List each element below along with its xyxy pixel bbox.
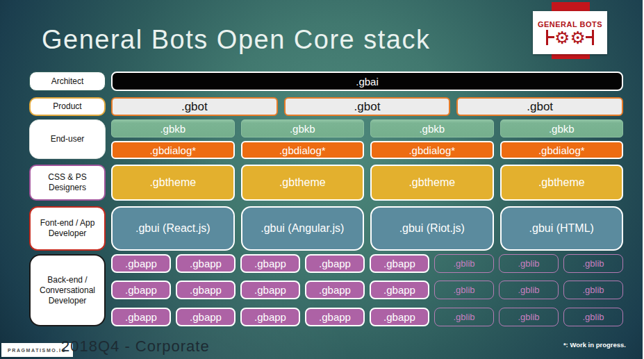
box-gblib: .gblib (563, 308, 623, 326)
box-gbapp: .gbapp (240, 308, 300, 326)
box-gblib: .gblib (434, 281, 494, 299)
label-frontend: Font-end / App Developer (29, 206, 106, 251)
row-architect: Architect .gbai (29, 72, 623, 91)
stack-diagram: Architect .gbai Product .gbot .gbot .gbo… (29, 72, 623, 326)
box-gblib: .gblib (563, 254, 623, 273)
footer-version-text: 2018Q4 - Corporate (61, 337, 210, 356)
box-gbkb: .gbkb (111, 119, 235, 137)
box-gblib: .gblib (563, 281, 623, 299)
box-gbtheme: .gbtheme (500, 165, 624, 201)
box-gblib: .gblib (499, 254, 559, 273)
box-gbapp: .gbapp (176, 254, 236, 273)
work-in-progress-note: *: Work in progress. (563, 341, 626, 349)
logo-line-left (548, 36, 554, 38)
box-gblib: .gblib (434, 254, 494, 273)
gears-icon: ⚙ ⚙ (546, 29, 594, 46)
box-gbkb: .gbkb (500, 119, 624, 137)
box-gbdialog: .gbdialog* (370, 141, 494, 159)
box-gbapp: .gbapp (305, 308, 365, 326)
box-gbdialog: .gbdialog* (500, 141, 624, 159)
label-end-user: End-user (29, 119, 106, 159)
general-bots-logo: GENERAL BOTS ⚙ ⚙ (533, 11, 607, 54)
label-backend: Back-end / Conversational Developer (29, 254, 106, 326)
box-gbdialog: .gbdialog* (241, 141, 365, 159)
row-frontend: Font-end / App Developer .gbui (React.js… (29, 206, 623, 251)
box-gbot: .gbot (456, 97, 623, 116)
slide-canvas: General Bots Open Core stack GENERAL BOT… (0, 0, 644, 359)
box-gbui-html: .gbui (HTML) (500, 206, 624, 251)
row-designers: CSS & PS Designers .gbtheme .gbtheme .gb… (29, 165, 623, 201)
box-gbapp: .gbapp (111, 281, 171, 299)
logo-line-right (586, 36, 592, 38)
box-gbui-angular: .gbui (Angular.js) (241, 206, 365, 251)
box-gbapp: .gbapp (240, 281, 300, 299)
label-designers: CSS & PS Designers (29, 165, 106, 201)
box-gbapp: .gbapp (305, 281, 365, 299)
box-gbdialog: .gbdialog* (111, 141, 235, 159)
box-gblib: .gblib (434, 308, 494, 326)
row-product: Product .gbot .gbot .gbot (29, 97, 623, 116)
box-gbai: .gbai (111, 72, 623, 91)
box-gblib: .gblib (499, 308, 559, 326)
box-gblib: .gblib (499, 281, 559, 299)
box-gbapp: .gbapp (370, 254, 429, 273)
box-gbapp: .gbapp (305, 254, 365, 273)
box-gbui-react: .gbui (React.js) (111, 206, 235, 251)
row-end-user: End-user .gbkb .gbkb .gbkb .gbkb .gbdial… (29, 119, 623, 159)
box-gbtheme: .gbtheme (111, 165, 235, 201)
logo-bar-right (592, 30, 594, 45)
label-architect: Architect (29, 72, 106, 91)
page-title: General Bots Open Core stack (42, 25, 430, 55)
box-gbapp: .gbapp (111, 308, 171, 326)
box-gbkb: .gbkb (370, 119, 494, 137)
box-gbtheme: .gbtheme (370, 165, 494, 201)
gear-icon: ⚙ (554, 29, 570, 46)
box-gbapp: .gbapp (176, 281, 236, 299)
box-gbot: .gbot (111, 97, 278, 116)
label-product: Product (29, 97, 106, 116)
box-gbkb: .gbkb (241, 119, 365, 137)
box-gbapp: .gbapp (111, 254, 171, 273)
box-gbui-riot: .gbui (Riot.js) (370, 206, 494, 251)
box-gbapp: .gbapp (370, 281, 429, 299)
box-gbapp: .gbapp (240, 254, 300, 273)
gear-icon: ⚙ (570, 29, 586, 46)
box-gbapp: .gbapp (370, 308, 429, 326)
row-backend: Back-end / Conversational Developer .gba… (29, 254, 623, 326)
box-gbot: .gbot (284, 97, 451, 116)
box-gbapp: .gbapp (176, 308, 236, 326)
logo-wordmark: GENERAL BOTS (538, 20, 602, 28)
box-gbtheme: .gbtheme (241, 165, 365, 201)
pragmatismo-wordmark: PRAGMATISMO.IO (8, 348, 67, 353)
